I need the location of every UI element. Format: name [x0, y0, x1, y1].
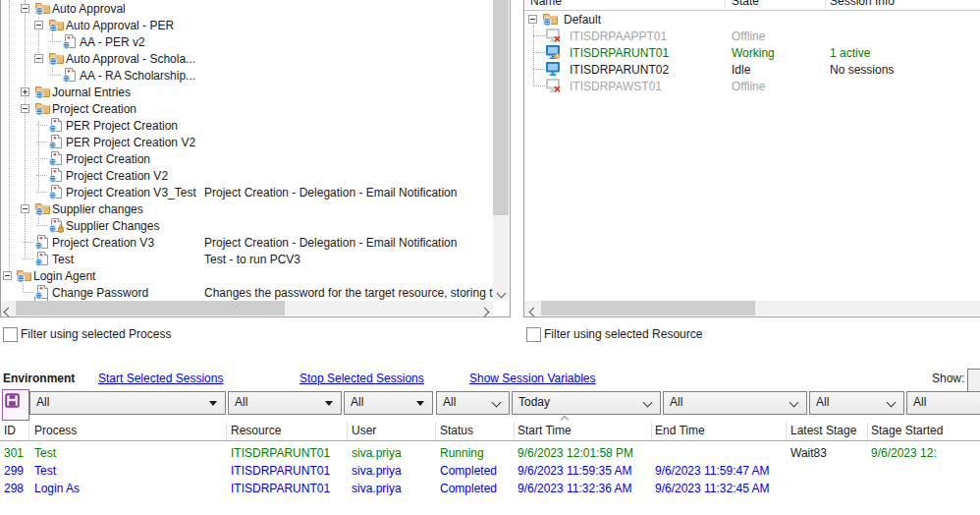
- dropdown-chevron-icon: [644, 399, 651, 406]
- save-view-button[interactable]: [2, 389, 29, 421]
- resource-tree-row[interactable]: ITISDRPAAPPT01Offline: [524, 28, 980, 44]
- collapse-icon[interactable]: [21, 104, 29, 113]
- process-tree-row[interactable]: Supplier Changes: [1, 217, 493, 234]
- scroll-down-icon[interactable]: [498, 290, 505, 297]
- resource-name: ITISDRPAAPPT01: [570, 29, 667, 43]
- tree-item-description: Project Creation - Delegation - Email No…: [204, 186, 457, 200]
- tree-item-label: Project Creation V2: [66, 169, 168, 183]
- session-row[interactable]: 298Login AsITISDRPARUNT01siva.priyaCompl…: [0, 480, 980, 497]
- folder-icon: [542, 11, 559, 27]
- session-row[interactable]: 301TestITISDRPARUNT01siva.priyaRunning9/…: [0, 444, 980, 462]
- collapse-icon[interactable]: [3, 271, 12, 280]
- column-separator: [347, 422, 348, 440]
- process-tree-row[interactable]: TestTest - to run PCV3: [1, 251, 493, 267]
- stop-selected-sessions-link[interactable]: Stop Selected Sessions: [299, 372, 424, 385]
- collapse-icon[interactable]: [21, 4, 29, 13]
- column-header-user[interactable]: User: [352, 421, 376, 441]
- group-tree-row[interactable]: Login Agent: [1, 267, 493, 284]
- process-tree-row[interactable]: Project Creation V3_TestProject Creation…: [1, 184, 493, 200]
- tree-item-label: PER Project Creation: [66, 119, 178, 133]
- process-icon: [48, 134, 65, 149]
- dropdown-arrow-icon: [416, 401, 424, 406]
- scroll-left-icon[interactable]: [5, 309, 12, 315]
- process-icon: [34, 284, 51, 300]
- user-filter[interactable]: All: [344, 391, 433, 415]
- column-header-resource[interactable]: Resource: [231, 421, 281, 441]
- process-tree-row[interactable]: PER Project Creation V2: [1, 134, 493, 150]
- group-tree-row[interactable]: Default: [524, 11, 980, 28]
- session-cell-id: 299: [4, 462, 24, 480]
- stage-started-filter[interactable]: All: [906, 391, 980, 415]
- start-selected-sessions-link[interactable]: Start Selected Sessions: [98, 372, 223, 385]
- scroll-right-icon[interactable]: [481, 309, 488, 315]
- session-cell-start-time: 9/6/2023 11:59:35 AM: [517, 462, 632, 480]
- group-tree-row[interactable]: Auto Approval - Schola...: [1, 50, 493, 67]
- process-tree-row[interactable]: Project Creation V3Project Creation - De…: [1, 234, 493, 251]
- column-header-end-time[interactable]: End Time: [655, 421, 705, 441]
- session-cell-status: Completed: [440, 480, 497, 497]
- latest-stage-filter[interactable]: All: [809, 391, 904, 415]
- column-header-latest-stage[interactable]: Latest Stage: [790, 421, 856, 441]
- resource-tree-row[interactable]: ITISDRPARUNT02IdleNo sessions: [524, 61, 980, 78]
- start-time-filter[interactable]: Today: [512, 391, 661, 415]
- collapse-icon[interactable]: [34, 21, 43, 29]
- session-row[interactable]: 299TestITISDRPARUNT01siva.priyaCompleted…: [0, 462, 980, 480]
- session-cell-status: Completed: [440, 462, 497, 480]
- group-tree-row[interactable]: Supplier changes: [1, 200, 493, 217]
- resource-filter[interactable]: All: [228, 391, 342, 415]
- resource-name: ITISDRPARUNT02: [570, 63, 669, 77]
- folder-icon: [48, 50, 65, 66]
- session-cell-start-time: 9/6/2023 11:32:36 AM: [517, 480, 632, 497]
- column-separator: [435, 422, 436, 440]
- process-tree-row[interactable]: Change PasswordChanges the password for …: [1, 284, 493, 301]
- session-cell-resource: ITISDRPARUNT01: [231, 462, 330, 480]
- session-cell-id: 298: [4, 480, 24, 497]
- column-header-status[interactable]: Status: [440, 421, 473, 441]
- collapse-icon[interactable]: [34, 54, 43, 63]
- status-filter[interactable]: All: [436, 391, 510, 415]
- column-header-process[interactable]: Process: [34, 421, 77, 441]
- end-time-filter[interactable]: All: [663, 391, 807, 415]
- filter-process-checkbox[interactable]: [3, 327, 18, 342]
- process-tree-horizontal-scrollbar[interactable]: [1, 301, 493, 315]
- filter-resource-checkbox[interactable]: [526, 327, 541, 342]
- resource-tree-row[interactable]: ITISDRPARUNT01Working1 active: [524, 44, 980, 61]
- resource-tree-horizontal-scrollbar[interactable]: [524, 301, 980, 315]
- group-tree-row[interactable]: Auto Approval: [1, 0, 493, 17]
- resource-tree-row[interactable]: ITISDRPAWST01Offline: [524, 78, 980, 94]
- group-tree-row[interactable]: Auto Approval - PER: [1, 17, 493, 33]
- resource-tree-panel: Name State Session Info DefaultITISDRPAA…: [523, 0, 980, 317]
- process-tree-row[interactable]: Project Creation V2: [1, 167, 493, 184]
- scrollbar-thumb[interactable]: [541, 301, 755, 315]
- process-tree-row[interactable]: AA - PER v2: [1, 33, 493, 50]
- session-cell-user: siva.priya: [352, 480, 402, 497]
- resource-tree: DefaultITISDRPAAPPT01OfflineITISDRPARUNT…: [524, 0, 980, 301]
- process-filter[interactable]: All: [29, 391, 226, 415]
- group-tree-row[interactable]: Project Creation: [1, 100, 493, 117]
- column-header-id[interactable]: ID: [4, 421, 16, 441]
- tree-item-label: AA - PER v2: [80, 35, 145, 49]
- scrollbar-thumb[interactable]: [493, 0, 509, 215]
- column-header-start-time[interactable]: Start Time: [517, 421, 572, 441]
- show-session-variables-link[interactable]: Show Session Variables: [469, 372, 596, 385]
- tree-item-label: Project Creation: [66, 152, 150, 166]
- column-header-stage-started[interactable]: Stage Started: [871, 421, 943, 441]
- filter-value: All: [816, 395, 829, 409]
- filter-value: Today: [518, 395, 550, 409]
- collapse-icon[interactable]: [528, 15, 537, 24]
- scrollbar-thumb[interactable]: [16, 301, 285, 315]
- filter-value: All: [670, 395, 682, 409]
- process-tree-row[interactable]: AA - RA Scholarship...: [1, 67, 493, 84]
- session-cell-process: Login As: [34, 480, 80, 497]
- process-tree-row[interactable]: PER Project Creation: [1, 117, 493, 134]
- resource-name: ITISDRPAWST01: [570, 80, 662, 93]
- process-tree-vertical-scrollbar[interactable]: [493, 0, 509, 301]
- tree-guide-stub: [23, 292, 33, 293]
- expand-icon[interactable]: [21, 87, 29, 96]
- process-tree-row[interactable]: Project Creation: [1, 150, 493, 167]
- dropdown-arrow-icon: [325, 401, 333, 406]
- group-tree-row[interactable]: Journal Entries: [1, 84, 493, 100]
- collapse-icon[interactable]: [21, 204, 29, 213]
- resource-offline-icon: [545, 28, 562, 43]
- scroll-left-icon[interactable]: [530, 309, 537, 315]
